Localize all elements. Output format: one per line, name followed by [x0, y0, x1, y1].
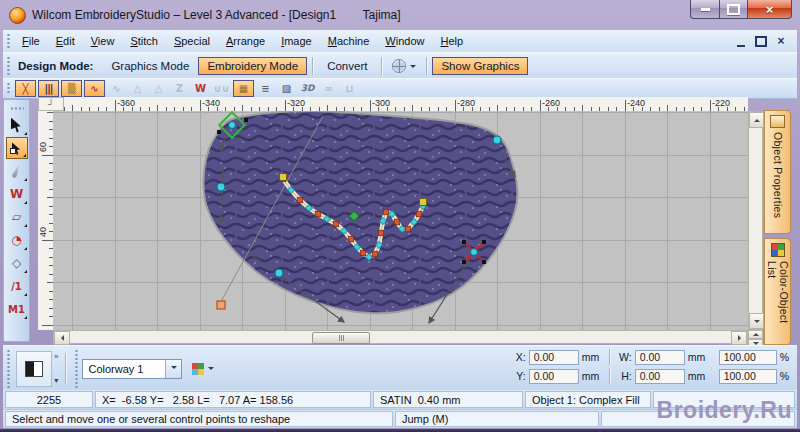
menu-item-machine[interactable]: Machine	[320, 32, 378, 50]
control-node[interactable]	[405, 226, 410, 231]
tatami-fill-icon[interactable]: |||	[38, 80, 59, 97]
toolbar-grip[interactable]	[7, 349, 10, 388]
convert-button[interactable]: Convert	[318, 57, 376, 75]
curve-point[interactable]	[493, 136, 501, 144]
polyline-tool[interactable]: M1	[6, 298, 28, 320]
control-node[interactable]	[378, 230, 383, 235]
program-split-fill-icon[interactable]: ▒	[61, 80, 82, 97]
menu-item-view[interactable]: View	[83, 32, 123, 50]
mdi-minimize-button[interactable]	[735, 36, 747, 47]
color-palette-button[interactable]	[188, 361, 218, 377]
ellipse-tool[interactable]: ◔	[6, 229, 28, 251]
hscroll-track[interactable]	[70, 331, 731, 343]
toolbar-grip[interactable]	[7, 82, 10, 95]
menu-item-arrange[interactable]: Arrange	[218, 32, 273, 50]
vertical-scrollbar[interactable]	[748, 111, 763, 330]
closed-shape-tool[interactable]: ▱	[6, 206, 28, 228]
menu-item-stitch[interactable]: Stitch	[122, 32, 166, 50]
maximize-button[interactable]	[720, 0, 748, 19]
chevron-down-icon	[171, 366, 177, 372]
menu-item-file[interactable]: File	[14, 32, 48, 50]
y-field[interactable]: 0.00	[529, 369, 579, 384]
control-node[interactable]	[394, 219, 399, 224]
menu-item-window[interactable]: Window	[377, 32, 432, 50]
vscroll-track[interactable]	[749, 128, 762, 313]
colorway-toolbar: »▾ Colorway 1 X: 0.00 mm W: 0.00 mm 100.…	[3, 345, 797, 392]
menu-item-help[interactable]: Help	[432, 32, 471, 50]
curve-point[interactable]	[217, 183, 225, 191]
x-unit: mm	[582, 351, 602, 363]
toolbar-overflow[interactable]: »▾	[54, 353, 58, 385]
column-stitch-icon: ∪∪	[212, 81, 231, 96]
toolbar-grip[interactable]	[10, 107, 24, 110]
horizontal-scrollbar[interactable]	[53, 330, 748, 344]
page-up-button[interactable]	[748, 330, 763, 339]
scale-x-field[interactable]: 100.00	[719, 350, 777, 365]
graphics-mode-button[interactable]: Graphics Mode	[102, 57, 198, 75]
reshape-tool[interactable]	[6, 137, 28, 159]
scroll-down-button[interactable]	[749, 313, 764, 329]
zigzag-outline-icon[interactable]: ∿	[84, 80, 105, 97]
hoop-globe-button[interactable]	[387, 57, 421, 75]
control-node[interactable]	[360, 250, 365, 255]
svg-text:60: 60	[38, 142, 48, 152]
knife-tool[interactable]	[6, 160, 28, 182]
menu-item-special[interactable]: Special	[166, 32, 218, 50]
control-node[interactable]	[372, 251, 377, 256]
svg-text:-360: -360	[117, 98, 135, 108]
cross-stitch-icon[interactable]: ╳	[15, 80, 36, 97]
scroll-up-button[interactable]	[749, 112, 764, 128]
separator	[312, 57, 313, 75]
ruler-origin-button[interactable]: ┘	[38, 97, 64, 111]
menu-item-image[interactable]: Image	[273, 32, 320, 50]
embroidery-design	[53, 111, 748, 330]
tab-object-properties[interactable]: Object Properties	[764, 110, 791, 234]
3d-warp-icon[interactable]: 3D	[298, 81, 317, 96]
toolbar-grip[interactable]	[75, 349, 78, 388]
curve-point[interactable]	[275, 269, 283, 277]
canvas-corner-buttons	[748, 330, 763, 344]
hscroll-thumb[interactable]	[312, 332, 370, 344]
h-field[interactable]: 0.00	[635, 369, 685, 384]
control-node[interactable]	[297, 197, 302, 202]
scroll-right-button[interactable]	[731, 331, 747, 345]
control-node[interactable]	[348, 236, 353, 241]
select-tool[interactable]	[6, 114, 28, 136]
svg-text:-260: -260	[542, 98, 560, 108]
toolbar-grip[interactable]	[7, 56, 10, 76]
tab-color-object-list[interactable]: Color-Object List	[764, 238, 791, 345]
scroll-left-button[interactable]	[54, 331, 70, 345]
design-canvas[interactable]	[53, 111, 748, 330]
minimize-button[interactable]	[690, 0, 720, 19]
corner-point[interactable]	[420, 199, 427, 206]
control-node[interactable]	[333, 221, 338, 226]
toolbar-grip[interactable]	[7, 33, 10, 49]
run-stitch-tool[interactable]: /1	[6, 275, 28, 297]
colorway-dropdown-button[interactable]	[165, 360, 181, 378]
menu-item-edit[interactable]: Edit	[48, 32, 83, 50]
colorway-select[interactable]: Colorway 1	[82, 359, 182, 379]
freehand-run-icon[interactable]: W	[191, 81, 210, 96]
close-button[interactable]: ×	[748, 0, 792, 19]
mdi-restore-button[interactable]	[755, 36, 767, 47]
svg-text:-340: -340	[202, 98, 220, 108]
x-field[interactable]: 0.00	[529, 350, 579, 365]
control-node[interactable]	[383, 209, 388, 214]
hatch-effect-icon[interactable]: ▨	[277, 81, 296, 96]
freehand-embroidery-tool[interactable]: W	[6, 183, 28, 205]
scale-y-field[interactable]: 100.00	[719, 369, 777, 384]
corner-point[interactable]	[280, 174, 287, 181]
control-node[interactable]	[315, 211, 320, 216]
fancy-fill-alt-icon: △	[149, 81, 168, 96]
pattern-fill-icon[interactable]: ▦	[233, 80, 254, 97]
show-graphics-button[interactable]: Show Graphics	[432, 57, 528, 75]
mdi-close-button[interactable]: ×	[775, 36, 787, 47]
embroidery-mode-button[interactable]: Embroidery Mode	[198, 57, 307, 75]
contour-fill-icon: Z	[170, 81, 189, 96]
node-edit-tool[interactable]: ◇	[6, 252, 28, 274]
colorway-editor-button[interactable]	[16, 351, 52, 387]
control-node[interactable]	[416, 211, 421, 216]
weave-effect-icon[interactable]: ≡	[256, 81, 275, 96]
w-field[interactable]: 0.00	[635, 350, 685, 365]
design-mode-label: Design Mode:	[14, 60, 102, 72]
